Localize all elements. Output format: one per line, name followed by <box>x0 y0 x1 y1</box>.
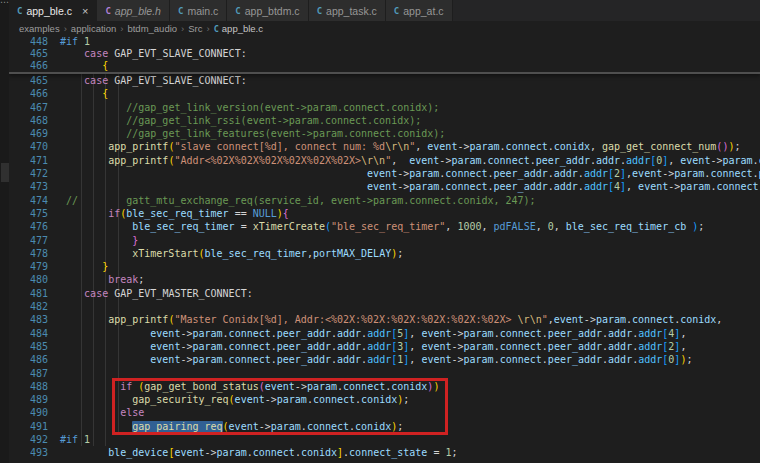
line-number[interactable]: 448 <box>9 36 48 48</box>
breadcrumb-item-file[interactable]: app_ble.c <box>222 23 263 34</box>
line-number[interactable]: 482 <box>9 300 48 313</box>
code-line[interactable]: 467 //gap_get_link_version(event->param.… <box>9 101 760 114</box>
line-number[interactable]: 471 <box>9 154 48 167</box>
line-number[interactable]: 488 <box>9 380 48 393</box>
code-text: event->param.connect.peer_addr.addr.addr… <box>60 167 760 180</box>
c-file-icon: C <box>235 6 240 16</box>
tab-app_ble.c[interactable]: Capp_ble.c× <box>9 0 97 21</box>
tab-label: app_task.c <box>326 5 377 17</box>
code-line[interactable]: 472 event->param.connect.peer_addr.addr.… <box>9 167 760 180</box>
breadcrumb-separator: › <box>120 23 123 34</box>
tab-app_ble.h[interactable]: Capp_ble.h <box>97 0 170 21</box>
line-number[interactable]: 479 <box>9 260 48 273</box>
code-line[interactable]: 475 if(ble_sec_req_timer == NULL){ <box>9 207 760 220</box>
tab-app_btdm.c[interactable]: Capp_btdm.c <box>227 0 308 21</box>
code-text: //gap_get_link_features(event->param.con… <box>60 127 445 140</box>
c-file-icon: C <box>178 6 183 16</box>
code-line[interactable]: 469 //gap_get_link_features(event->param… <box>9 127 760 140</box>
code-line[interactable]: 480 break; <box>9 273 760 286</box>
code-line[interactable]: 493 ble_device[event->param.connect.coni… <box>9 446 760 459</box>
red-annotation-box <box>112 378 448 435</box>
line-number[interactable]: 477 <box>9 234 48 247</box>
line-number[interactable]: 493 <box>9 446 48 459</box>
sidebar-scrollbar-thumb[interactable] <box>1 163 9 182</box>
code-text: #if 1 <box>60 36 90 48</box>
code-text: app_printf("Master Conidx[%d], Addr:<%02… <box>60 313 722 326</box>
code-text: xTimerStart(ble_sec_req_timer,portMAX_DE… <box>60 247 403 260</box>
line-number[interactable]: 465 <box>9 74 48 87</box>
code-text: event->param.connect.peer_addr.addr.addr… <box>60 353 692 366</box>
code-line[interactable]: 468 //gap_get_link_rssi(event->param.con… <box>9 114 760 127</box>
line-number[interactable]: 476 <box>9 220 48 233</box>
line-number[interactable]: 478 <box>9 247 48 260</box>
code-line[interactable]: 486 event->param.connect.peer_addr.addr.… <box>9 353 760 366</box>
sticky-line[interactable]: 465 case GAP_EVT_SLAVE_CONNECT: <box>9 48 760 60</box>
code-line[interactable]: 465 case GAP_EVT_SLAVE_CONNECT: <box>9 74 760 87</box>
code-line[interactable]: 477 } <box>9 234 760 247</box>
line-number[interactable]: 485 <box>9 340 48 353</box>
code-text: case GAP_EVT_SLAVE_CONNECT: <box>60 48 247 60</box>
line-number[interactable]: 492 <box>9 433 48 446</box>
code-line[interactable]: 466 { <box>9 87 760 100</box>
code-line[interactable]: 482 <box>9 300 760 313</box>
code-line[interactable]: 481 case GAP_EVT_MASTER_CONNECT: <box>9 287 760 300</box>
line-number[interactable]: 474 <box>9 194 48 207</box>
code-text: // gatt_mtu_exchange_req(service_id, eve… <box>60 194 536 207</box>
tab-label: app_btdm.c <box>245 5 300 17</box>
code-text: app_printf("slave connect[%d], connect n… <box>60 140 740 153</box>
more-actions-icon[interactable]: ⋯ <box>0 0 10 7</box>
breadcrumb-separator: › <box>207 23 210 34</box>
code-line[interactable]: 479 } <box>9 260 760 273</box>
code-line[interactable]: 483 app_printf("Master Conidx[%d], Addr:… <box>9 313 760 326</box>
line-number[interactable]: 484 <box>9 327 48 340</box>
tab-app_at.c[interactable]: Capp_at.c <box>386 0 453 21</box>
code-text: event->param.connect.peer_addr.addr.addr… <box>60 340 686 353</box>
sticky-line[interactable]: 466 { <box>9 60 760 72</box>
code-text: //gap_get_link_version(event->param.conn… <box>60 101 439 114</box>
line-number[interactable]: 481 <box>9 287 48 300</box>
collapsed-sidebar-strip: ⋯ <box>0 0 9 463</box>
line-number[interactable]: 491 <box>9 420 48 433</box>
code-editor-window: ⋯ Capp_ble.c×Capp_ble.hCmain.cCapp_btdm.… <box>0 0 760 463</box>
code-line[interactable]: 478 xTimerStart(ble_sec_req_timer,portMA… <box>9 247 760 260</box>
line-number[interactable]: 466 <box>9 87 48 100</box>
line-number[interactable]: 472 <box>9 167 48 180</box>
code-line[interactable]: 476 ble_sec_req_timer = xTimerCreate("bl… <box>9 220 760 233</box>
line-number[interactable]: 468 <box>9 114 48 127</box>
line-number[interactable]: 473 <box>9 180 48 193</box>
line-number[interactable]: 465 <box>9 48 48 60</box>
line-number[interactable]: 486 <box>9 353 48 366</box>
code-text: ble_device[event->param.connect.conidx].… <box>60 446 458 459</box>
code-line[interactable]: 474 // gatt_mtu_exchange_req(service_id,… <box>9 194 760 207</box>
line-number[interactable]: 466 <box>9 60 48 72</box>
line-number[interactable]: 470 <box>9 140 48 153</box>
code-line[interactable]: 485 event->param.connect.peer_addr.addr.… <box>9 340 760 353</box>
breadcrumb-item-btdm_audio[interactable]: btdm_audio <box>127 23 177 34</box>
breadcrumb-item-application[interactable]: application <box>71 23 116 34</box>
sticky-line[interactable]: 448#if 1 <box>9 36 760 48</box>
line-number[interactable]: 469 <box>9 127 48 140</box>
c-file-icon: C <box>317 6 322 16</box>
tab-main.c[interactable]: Cmain.c <box>170 0 227 21</box>
code-text: break; <box>60 273 144 286</box>
code-text: { <box>60 87 108 100</box>
line-number[interactable]: 467 <box>9 101 48 114</box>
line-number[interactable]: 480 <box>9 273 48 286</box>
code-line[interactable]: 471 app_printf("Addr<%02X%02X%02X%02X%02… <box>9 154 760 167</box>
line-number[interactable]: 490 <box>9 406 48 419</box>
code-line[interactable]: 484 event->param.connect.peer_addr.addr.… <box>9 327 760 340</box>
line-number[interactable]: 487 <box>9 367 48 380</box>
code-line[interactable]: 470 app_printf("slave connect[%d], conne… <box>9 140 760 153</box>
breadcrumb-item-Src[interactable]: Src <box>188 23 202 34</box>
breadcrumb-item-examples[interactable]: examples <box>19 23 60 34</box>
tab-app_task.c[interactable]: Capp_task.c <box>309 0 386 21</box>
code-text: if(ble_sec_req_timer == NULL){ <box>60 207 289 220</box>
code-text: #if 1 <box>60 433 90 446</box>
close-tab-icon[interactable]: × <box>82 6 88 16</box>
line-number[interactable]: 489 <box>9 393 48 406</box>
line-number[interactable]: 475 <box>9 207 48 220</box>
code-text: app_printf("Addr<%02X%02X%02X%02X%02X%02… <box>60 154 760 167</box>
line-number[interactable]: 483 <box>9 313 48 326</box>
code-line[interactable]: 473 event->param.connect.peer_addr.addr.… <box>9 180 760 193</box>
code-line[interactable]: 492#if 1 <box>9 433 760 446</box>
